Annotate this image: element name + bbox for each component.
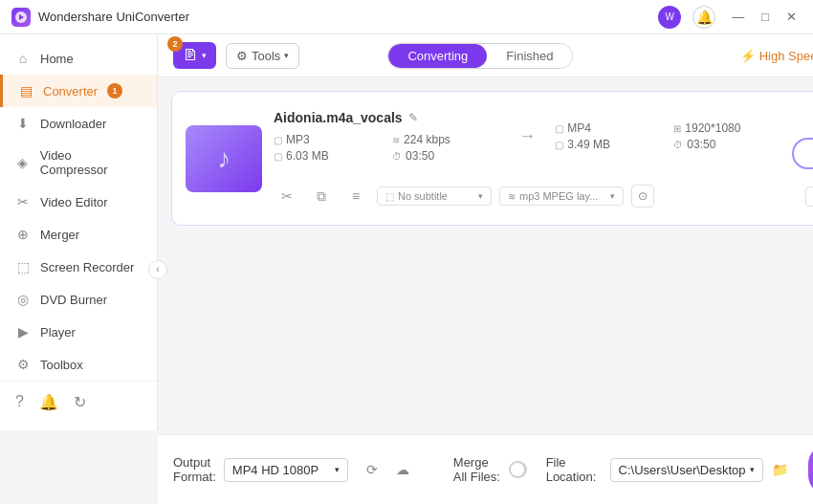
cloud-icon[interactable]: ☁ bbox=[390, 457, 415, 482]
format-icons: ⟳ ☁ bbox=[360, 457, 415, 482]
file-location-section: File Location: C:\Users\User\Desktop ▾ 📁 bbox=[546, 455, 790, 484]
tools-caret: ▾ bbox=[284, 51, 289, 60]
home-icon: ⌂ bbox=[15, 51, 31, 66]
file-location-label: File Location: bbox=[546, 455, 603, 484]
sidebar: ⌂ Home ▤ Converter 1 ⬇ Downloader ◈ Vide… bbox=[0, 34, 158, 430]
sidebar-item-screen-recorder[interactable]: ⬚ Screen Recorder bbox=[0, 251, 157, 283]
tab-finished[interactable]: Finished bbox=[487, 44, 572, 68]
sidebar-item-toolbox[interactable]: ⚙ Toolbox bbox=[0, 348, 157, 381]
bell-icon[interactable]: 🔔 bbox=[39, 393, 58, 411]
subtitle-label: No subtitle bbox=[398, 190, 448, 202]
sidebar-item-converter[interactable]: ▤ Converter 1 bbox=[0, 75, 157, 107]
sidebar-wrapper: ⌂ Home ▤ Converter 1 ⬇ Downloader ◈ Vide… bbox=[0, 34, 158, 504]
convert-button[interactable]: Convert bbox=[792, 138, 813, 169]
screenshot-icon[interactable]: ⊙ bbox=[631, 185, 654, 208]
output-duration: 03:50 bbox=[687, 138, 715, 151]
converter-badge: 1 bbox=[107, 83, 122, 99]
help-icon[interactable]: ? bbox=[15, 393, 24, 411]
location-value: C:\Users\User\Desktop bbox=[619, 463, 746, 477]
cut-icon[interactable]: ✂ bbox=[274, 183, 300, 209]
copy-icon[interactable]: ⧉ bbox=[308, 183, 335, 209]
format-value: MP4 HD 1080P bbox=[232, 463, 319, 477]
sidebar-item-downloader[interactable]: ⬇ Downloader bbox=[0, 107, 157, 140]
sidebar-label-toolbox: Toolbox bbox=[40, 358, 83, 372]
merge-toggle[interactable] bbox=[509, 461, 526, 478]
file-info: Aidonia.m4a_vocals ✎ ▢ MP3 ≋ 22 bbox=[274, 110, 499, 163]
folder-icon[interactable]: 📁 bbox=[771, 457, 790, 482]
tab-group: Converting Finished bbox=[387, 43, 573, 69]
file-thumbnail: ♪ bbox=[186, 125, 262, 192]
sidebar-label-dvd: DVD Burner bbox=[40, 293, 107, 307]
input-size: 6.03 MB bbox=[286, 149, 329, 163]
title-bar: Wondershare UniConverter W 🔔 — □ ✕ bbox=[0, 0, 813, 34]
sidebar-item-video-compressor[interactable]: ◈ Video Compressor bbox=[0, 140, 157, 186]
file-meta: ▢ MP3 ≋ 224 kbps ▢ 6.03 MB bbox=[274, 133, 499, 163]
main-content: 2 🖹 ▾ ⚙ Tools ▾ Converting Finished ⚡ Hi… bbox=[158, 34, 813, 504]
file-location-select[interactable]: C:\Users\User\Desktop ▾ bbox=[610, 458, 763, 482]
file-icon-row: ✂ ⧉ ≡ bbox=[274, 179, 369, 213]
refresh-format-icon[interactable]: ⟳ bbox=[360, 457, 385, 482]
tools-icon: ⚙ bbox=[236, 49, 248, 63]
out-size: ▢ 3.49 MB bbox=[555, 138, 662, 151]
sidebar-item-dvd-burner[interactable]: ◎ DVD Burner bbox=[0, 283, 157, 316]
output-format-select[interactable]: MP4 HD 1080P ▾ bbox=[224, 458, 348, 482]
window-controls: — □ ✕ bbox=[727, 8, 802, 26]
resolution-icon: ⊞ bbox=[673, 123, 681, 134]
subtitle-select[interactable]: ⬚ No subtitle ▾ bbox=[377, 186, 492, 206]
tools-button[interactable]: ⚙ Tools ▾ bbox=[226, 43, 299, 69]
converter-icon: ▤ bbox=[18, 83, 33, 99]
meta-duration: ⏱ 03:50 bbox=[392, 149, 499, 163]
sidebar-item-merger[interactable]: ⊕ Merger bbox=[0, 218, 157, 251]
input-bitrate: 224 kbps bbox=[404, 133, 450, 146]
sidebar-collapse-button[interactable]: ‹ bbox=[148, 260, 167, 279]
codec-select[interactable]: ≋ mp3 MPEG lay... ▾ bbox=[499, 186, 624, 206]
toolbox-icon: ⚙ bbox=[15, 357, 31, 372]
sidebar-item-player[interactable]: ▶ Player bbox=[0, 316, 157, 348]
input-duration: 03:50 bbox=[406, 149, 434, 163]
add-btn-badge: 2 bbox=[167, 36, 183, 52]
list-icon[interactable]: ≡ bbox=[342, 183, 369, 209]
notification-icon[interactable]: 🔔 bbox=[692, 6, 715, 29]
compressor-icon: ◈ bbox=[15, 155, 31, 170]
merge-files-section: Merge All Files: bbox=[453, 455, 527, 484]
file-card-inner: Aidonia.m4a_vocals ✎ ▢ MP3 ≋ 22 bbox=[274, 103, 813, 213]
out-duration: ⏱ 03:50 bbox=[673, 138, 780, 151]
start-all-button[interactable]: Start All bbox=[808, 445, 813, 494]
maximize-button[interactable]: □ bbox=[757, 8, 774, 26]
minimize-button[interactable]: — bbox=[727, 8, 749, 26]
tab-converting[interactable]: Converting bbox=[388, 44, 487, 68]
output-format-val: MP4 bbox=[567, 121, 591, 135]
edit-icon[interactable]: ✎ bbox=[408, 111, 418, 124]
editor-icon: ✂ bbox=[15, 194, 31, 209]
out-resolution: ⊞ 1920*1080 bbox=[673, 121, 780, 135]
bitrate-icon: ≋ bbox=[392, 135, 400, 145]
output-resolution: 1920*1080 bbox=[685, 121, 740, 135]
file-actions-col: ⚙ Convert bbox=[792, 103, 813, 169]
close-button[interactable]: ✕ bbox=[781, 8, 802, 26]
out-format: ▢ MP4 bbox=[555, 121, 662, 135]
settings-button[interactable]: ⚙ Settings bbox=[805, 186, 813, 207]
file-card-top: Aidonia.m4a_vocals ✎ ▢ MP3 ≋ 22 bbox=[274, 103, 813, 169]
refresh-icon[interactable]: ↻ bbox=[74, 393, 86, 411]
toggle-knob bbox=[511, 463, 524, 476]
lightning-icon: ⚡ bbox=[740, 49, 756, 63]
arrow-area: → bbox=[511, 126, 543, 146]
input-format: MP3 bbox=[286, 133, 310, 146]
profile-icon[interactable]: W bbox=[658, 6, 681, 29]
add-files-button[interactable]: 2 🖹 ▾ bbox=[173, 42, 216, 69]
add-files-wrapper: 2 🖹 ▾ bbox=[173, 42, 216, 69]
format-icon: ▢ bbox=[274, 135, 282, 145]
output-meta: ▢ MP4 ⊞ 1920*1080 ▢ 3.49 MB bbox=[555, 121, 780, 151]
size-icon: ▢ bbox=[274, 151, 282, 162]
sidebar-item-video-editor[interactable]: ✂ Video Editor bbox=[0, 186, 157, 218]
sidebar-label-merger: Merger bbox=[40, 228, 79, 242]
sidebar-label-downloader: Downloader bbox=[40, 117, 106, 131]
sidebar-item-home[interactable]: ⌂ Home bbox=[0, 42, 157, 75]
title-bar-left: Wondershare UniConverter bbox=[11, 8, 189, 27]
tools-label: Tools bbox=[252, 49, 280, 63]
output-format-label: Output Format: bbox=[173, 455, 216, 484]
meta-size: ▢ 6.03 MB bbox=[274, 149, 381, 163]
file-name: Aidonia.m4a_vocals bbox=[274, 110, 403, 125]
output-size: 3.49 MB bbox=[567, 138, 610, 151]
speed-badge: ⚡ High Speed Conversion bbox=[740, 49, 813, 63]
